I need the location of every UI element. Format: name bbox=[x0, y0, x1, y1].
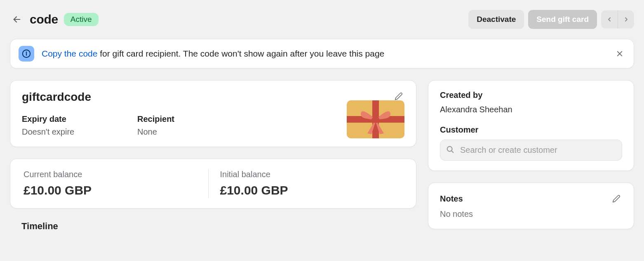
deactivate-button[interactable]: Deactivate bbox=[468, 10, 524, 29]
customer-search-wrap bbox=[440, 140, 622, 161]
copy-code-link[interactable]: Copy the code bbox=[42, 49, 97, 58]
notes-card: Notes No notes bbox=[428, 183, 634, 229]
chevron-left-icon bbox=[606, 16, 613, 23]
banner-text: Copy the code for gift card recipient. T… bbox=[42, 49, 606, 59]
side-column: Created by Alexandra Sheehan Customer No… bbox=[428, 80, 634, 233]
pencil-icon bbox=[395, 92, 403, 100]
banner-close-button[interactable] bbox=[614, 48, 625, 59]
created-by-label: Created by bbox=[440, 90, 622, 100]
recipient-block: Recipient None bbox=[137, 114, 253, 137]
created-by-value: Alexandra Sheehan bbox=[440, 105, 622, 114]
current-balance-label: Current balance bbox=[24, 170, 207, 179]
current-balance-value: £10.00 GBP bbox=[24, 183, 207, 197]
expiry-block: Expiry date Doesn't expire bbox=[22, 114, 137, 137]
initial-balance-block: Initial balance £10.00 GBP bbox=[208, 169, 405, 198]
info-banner: Copy the code for gift card recipient. T… bbox=[10, 39, 634, 69]
expiry-value: Doesn't expire bbox=[22, 127, 137, 137]
svg-point-3 bbox=[26, 52, 26, 52]
pager-next-button[interactable] bbox=[618, 10, 634, 28]
initial-balance-label: Initial balance bbox=[220, 170, 403, 179]
page-title: code bbox=[30, 12, 58, 26]
svg-point-9 bbox=[372, 116, 379, 123]
main-column: giftcardcode Expiry date Doesn't expire … bbox=[10, 80, 416, 233]
header-left: code Active bbox=[10, 12, 99, 26]
edit-notes-button[interactable] bbox=[611, 193, 622, 204]
header-actions: Deactivate Send gift card bbox=[468, 10, 634, 29]
banner-rest-text: for gift card recipient. The code won't … bbox=[97, 49, 384, 58]
notes-head: Notes bbox=[440, 193, 622, 204]
info-icon bbox=[19, 46, 34, 62]
arrow-left-icon bbox=[12, 15, 21, 24]
chevron-right-icon bbox=[623, 16, 630, 23]
notes-value: No notes bbox=[440, 209, 622, 219]
close-icon bbox=[616, 50, 623, 57]
back-button[interactable] bbox=[10, 12, 24, 26]
page-header: code Active Deactivate Send gift card bbox=[10, 10, 634, 29]
send-gift-card-button[interactable]: Send gift card bbox=[528, 10, 597, 29]
customer-search-input[interactable] bbox=[440, 140, 622, 161]
customer-label: Customer bbox=[440, 125, 622, 135]
pager-prev-button[interactable] bbox=[601, 10, 618, 28]
search-icon bbox=[446, 145, 455, 156]
current-balance-block: Current balance £10.00 GBP bbox=[22, 169, 208, 198]
gift-card-code-value: giftcardcode bbox=[22, 90, 91, 104]
expiry-label: Expiry date bbox=[22, 114, 137, 124]
initial-balance-value: £10.00 GBP bbox=[220, 183, 403, 197]
status-badge: Active bbox=[64, 13, 99, 26]
created-by-card: Created by Alexandra Sheehan Customer bbox=[428, 80, 634, 171]
balance-card: Current balance £10.00 GBP Initial balan… bbox=[10, 159, 416, 209]
gift-card-icon bbox=[347, 100, 404, 138]
timeline-heading: Timeline bbox=[10, 220, 416, 233]
pencil-icon bbox=[612, 195, 620, 203]
notes-label: Notes bbox=[440, 194, 463, 204]
gift-card-code-card: giftcardcode Expiry date Doesn't expire … bbox=[10, 80, 416, 147]
pager bbox=[601, 10, 634, 28]
detail-row: Expiry date Doesn't expire Recipient Non… bbox=[22, 114, 404, 137]
svg-line-11 bbox=[451, 150, 453, 152]
recipient-value: None bbox=[137, 127, 253, 137]
content: giftcardcode Expiry date Doesn't expire … bbox=[10, 80, 634, 233]
recipient-label: Recipient bbox=[137, 114, 253, 124]
